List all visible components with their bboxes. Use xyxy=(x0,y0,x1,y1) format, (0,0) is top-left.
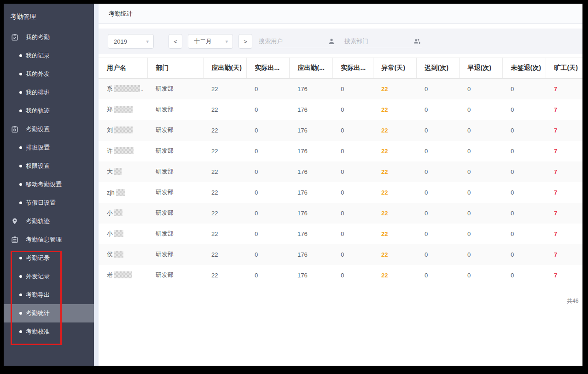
sidebar-item-label: 考勤统计 xyxy=(26,309,50,317)
cell-early: 0 xyxy=(459,99,502,120)
month-select[interactable]: 十二月 ▾ xyxy=(188,34,233,49)
sidebar: 考勤管理 我的考勤 我的记录 我的外发 我的排班 我的轨迹 考勤设置 排班设置 … xyxy=(4,4,94,366)
redacted-name-blur xyxy=(114,147,134,154)
cell-late: 0 xyxy=(416,120,459,141)
bullet-icon xyxy=(19,91,22,94)
search-dept-field xyxy=(344,35,422,48)
redacted-name-blur xyxy=(114,85,140,92)
sidebar-item-my-attendance[interactable]: 我的考勤 xyxy=(4,28,94,46)
cell-dept: 研发部 xyxy=(147,203,203,224)
sidebar-item-attendance-calibration[interactable]: 考勤校准 xyxy=(4,322,94,341)
sidebar-item-label: 权限设置 xyxy=(26,162,50,170)
cell-actual-hours: 0 xyxy=(332,244,373,265)
sidebar-item-mobile-settings[interactable]: 移动考勤设置 xyxy=(4,175,94,194)
redacted-name-blur xyxy=(114,251,123,258)
cell-dept: 研发部 xyxy=(147,244,203,265)
cell-missing-checkout: 0 xyxy=(502,244,546,265)
sidebar-item-my-trace[interactable]: 我的轨迹 xyxy=(4,102,94,120)
sidebar-item-my-outgoing[interactable]: 我的外发 xyxy=(4,65,94,83)
prev-month-button[interactable]: < xyxy=(169,34,182,49)
cell-actual-days: 0 xyxy=(246,182,289,203)
cell-abnormal: 22 xyxy=(373,79,416,99)
sidebar-item-label: 我的记录 xyxy=(26,52,50,60)
cell-late: 0 xyxy=(416,99,459,120)
main-content: 考勤统计 2019 ▾ < 十二月 ▾ > xyxy=(99,4,582,366)
cell-abnormal: 22 xyxy=(373,120,416,141)
sidebar-item-attendance-settings[interactable]: 考勤设置 xyxy=(4,120,94,138)
chevron-down-icon: ▾ xyxy=(225,39,228,45)
table-row: 郑研发部2201760220007 xyxy=(99,99,582,120)
page-title: 考勤统计 xyxy=(109,10,133,18)
sidebar-item-label: 考勤记录 xyxy=(26,254,50,262)
cell-actual-days: 0 xyxy=(246,99,289,120)
search-dept-input[interactable] xyxy=(344,38,413,45)
table-row: 老研发部2201760220007 xyxy=(99,265,582,286)
chevron-right-icon: > xyxy=(244,38,247,45)
cell-username: 小 xyxy=(99,224,147,244)
cell-late: 0 xyxy=(416,244,459,265)
cell-required-hours: 176 xyxy=(289,265,332,286)
sidebar-item-label: 考勤校准 xyxy=(26,328,50,336)
col-required-days: 应出勤(天) xyxy=(203,58,246,79)
bullet-icon xyxy=(19,293,22,296)
col-actual-hours: 实际出... xyxy=(332,58,373,79)
pagination-total: 共46 xyxy=(567,297,578,305)
next-month-button[interactable]: > xyxy=(239,34,252,49)
cell-missing-checkout: 0 xyxy=(502,161,546,182)
cell-required-days: 22 xyxy=(203,244,246,265)
cell-actual-hours: 0 xyxy=(332,99,373,120)
col-abnormal: 异常(天) xyxy=(373,58,416,79)
month-select-value: 十二月 xyxy=(194,37,212,46)
cell-dept: 研发部 xyxy=(147,182,203,203)
sidebar-item-label: 我的轨迹 xyxy=(26,107,50,115)
sidebar-item-my-records[interactable]: 我的记录 xyxy=(4,46,94,65)
sidebar-item-holiday-settings[interactable]: 节假日设置 xyxy=(4,194,94,212)
table-row: 侯研发部2201760220007 xyxy=(99,244,582,265)
col-required-hours: 应出勤(... xyxy=(289,58,332,79)
redacted-name-blur xyxy=(116,189,125,196)
cell-dept: 研发部 xyxy=(147,265,203,286)
sidebar-item-attendance-trace[interactable]: 考勤轨迹 xyxy=(4,212,94,230)
cell-username: 小 xyxy=(99,203,147,224)
bullet-icon xyxy=(19,165,22,167)
cell-abnormal: 22 xyxy=(373,99,416,120)
cell-required-days: 22 xyxy=(203,224,246,244)
bullet-icon xyxy=(19,257,22,259)
cell-actual-hours: 0 xyxy=(332,141,373,161)
cell-early: 0 xyxy=(459,224,502,244)
sidebar-item-label: 外发记录 xyxy=(26,272,50,281)
search-user-input[interactable] xyxy=(259,38,328,45)
sidebar-item-permission-settings[interactable]: 权限设置 xyxy=(4,157,94,175)
sidebar-item-attendance-stats[interactable]: 考勤统计 xyxy=(4,304,94,322)
cell-missing-checkout: 0 xyxy=(502,182,546,203)
cell-missing-checkout: 0 xyxy=(502,265,546,286)
cell-username: 郑 xyxy=(99,99,147,120)
table-body: 系..研发部2201760220007郑研发部2201760220007刘研发部… xyxy=(99,79,582,286)
cell-abnormal: 22 xyxy=(373,265,416,286)
filter-bar: 2019 ▾ < 十二月 ▾ > xyxy=(99,29,582,54)
year-select[interactable]: 2019 ▾ xyxy=(108,34,154,49)
bullet-icon xyxy=(19,109,22,112)
sidebar-item-attendance-records[interactable]: 考勤记录 xyxy=(4,249,94,267)
cell-early: 0 xyxy=(459,161,502,182)
cell-missing-checkout: 0 xyxy=(502,120,546,141)
cell-required-days: 22 xyxy=(203,161,246,182)
cell-dept: 研发部 xyxy=(147,161,203,182)
cell-early: 0 xyxy=(459,79,502,99)
cell-dept: 研发部 xyxy=(147,141,203,161)
sidebar-item-my-shifts[interactable]: 我的排班 xyxy=(4,83,94,102)
cell-actual-hours: 0 xyxy=(332,161,373,182)
cell-actual-days: 0 xyxy=(246,79,289,99)
cell-username: 大 xyxy=(99,161,147,182)
cell-required-days: 22 xyxy=(203,79,246,99)
chevron-left-icon: < xyxy=(174,38,177,45)
bullet-icon xyxy=(19,312,22,315)
sidebar-item-label: 考勤轨迹 xyxy=(26,217,50,225)
sidebar-item-outgoing-records[interactable]: 外发记录 xyxy=(4,267,94,286)
sidebar-item-attendance-info-mgmt[interactable]: 考勤信息管理 xyxy=(4,230,94,249)
cell-absent: 7 xyxy=(546,161,582,182)
search-user-field xyxy=(259,35,336,48)
cell-abnormal: 22 xyxy=(373,161,416,182)
sidebar-item-attendance-export[interactable]: 考勤导出 xyxy=(4,286,94,304)
sidebar-item-shift-settings[interactable]: 排班设置 xyxy=(4,138,94,157)
